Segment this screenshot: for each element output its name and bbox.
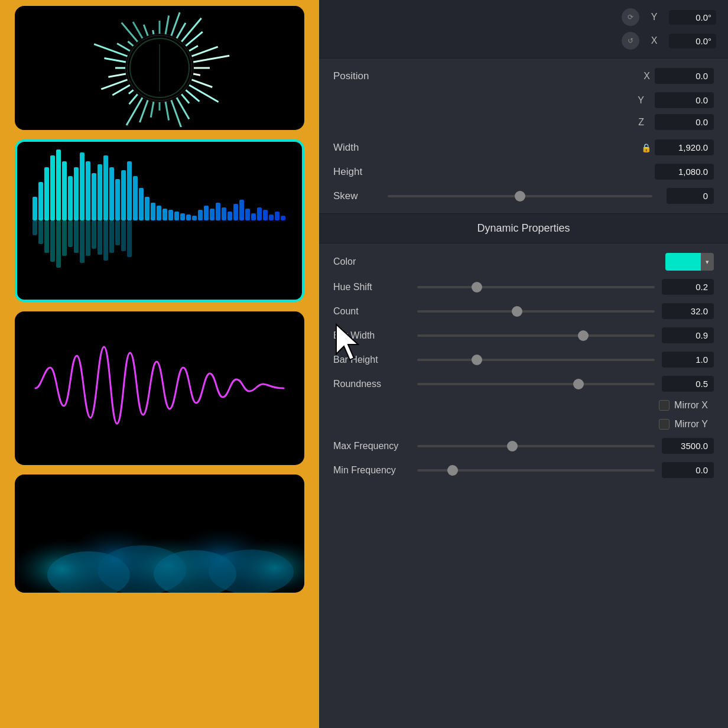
roundness-track (417, 383, 655, 385)
rotation-x-input[interactable] (669, 34, 716, 48)
bar-width-thumb[interactable] (578, 330, 589, 341)
mirror-row: Mirror X (333, 400, 714, 411)
height-row: Height (333, 164, 714, 180)
min-frequency-input[interactable] (662, 462, 714, 478)
svg-line-26 (112, 85, 129, 95)
width-label: Width (333, 142, 639, 154)
svg-line-36 (144, 25, 148, 36)
bar-height-input[interactable] (662, 352, 714, 368)
position-x-input[interactable] (655, 68, 714, 84)
svg-line-22 (139, 100, 148, 123)
max-frequency-input[interactable] (662, 438, 714, 454)
svg-rect-75 (233, 204, 238, 220)
svg-rect-79 (257, 207, 262, 220)
count-thumb[interactable] (512, 306, 522, 317)
roundness-thumb[interactable] (573, 379, 584, 389)
svg-rect-78 (251, 213, 256, 220)
bar-width-input[interactable] (662, 327, 714, 343)
bar-height-thumb[interactable] (472, 355, 482, 365)
roundness-label: Roundness (333, 379, 410, 389)
svg-rect-74 (228, 212, 232, 220)
skew-slider-thumb[interactable] (515, 191, 525, 202)
svg-rect-58 (133, 176, 138, 220)
rotation-x-row: ↺ X (331, 32, 716, 50)
svg-rect-55 (115, 179, 120, 220)
mirror-x-checkbox[interactable] (659, 400, 670, 411)
svg-rect-60 (145, 197, 150, 220)
svg-line-5 (177, 23, 186, 38)
mirror-y-group: Mirror Y (659, 419, 708, 430)
roundness-row: Roundness (333, 376, 714, 392)
skew-input[interactable] (667, 188, 714, 204)
max-frequency-track (417, 445, 655, 447)
svg-rect-59 (139, 188, 144, 220)
svg-rect-77 (245, 209, 250, 220)
min-frequency-slider[interactable] (417, 464, 655, 476)
rotation-y-icon: ⟳ (622, 8, 639, 26)
svg-rect-67 (186, 214, 191, 220)
color-dropdown[interactable]: ▾ (665, 253, 714, 271)
count-slider[interactable] (417, 306, 655, 317)
min-frequency-thumb[interactable] (447, 465, 458, 476)
preview-card-circular[interactable]: // Placeholder - drawn inline as SVG pat… (15, 6, 304, 130)
mirror-y-checkbox[interactable] (659, 419, 670, 430)
lock-icon[interactable]: 🔒 (639, 141, 652, 154)
svg-rect-53 (103, 155, 108, 220)
svg-rect-62 (157, 206, 161, 220)
svg-rect-46 (62, 161, 67, 220)
bar-height-slider[interactable] (417, 354, 655, 366)
svg-rect-61 (151, 203, 155, 220)
position-label: Position (333, 70, 644, 82)
hue-shift-slider[interactable] (417, 281, 655, 293)
svg-rect-56 (121, 170, 126, 220)
svg-rect-94 (92, 220, 96, 249)
count-label: Count (333, 306, 410, 317)
count-track (417, 310, 655, 313)
svg-line-16 (181, 94, 189, 103)
svg-line-6 (181, 18, 201, 42)
svg-line-15 (186, 90, 199, 101)
position-z-input[interactable] (655, 114, 714, 130)
svg-rect-86 (44, 220, 49, 253)
bar-width-slider[interactable] (417, 330, 655, 342)
right-panel: ⟳ Y ↺ X Position X Y Z Width (319, 0, 728, 728)
max-frequency-thumb[interactable] (507, 441, 518, 451)
hue-shift-input[interactable] (662, 279, 714, 295)
svg-rect-64 (168, 210, 173, 220)
color-swatch[interactable] (665, 253, 701, 271)
height-input[interactable] (655, 164, 714, 180)
svg-line-12 (193, 74, 200, 75)
height-label: Height (333, 166, 655, 178)
svg-rect-65 (174, 212, 179, 220)
preview-card-bars[interactable] (15, 139, 304, 302)
max-frequency-slider[interactable] (417, 440, 655, 452)
position-z-axis: Z (638, 117, 644, 128)
width-input[interactable] (655, 139, 714, 155)
preview-card-waveform[interactable] (15, 311, 304, 465)
svg-rect-49 (80, 152, 84, 220)
svg-line-33 (128, 41, 133, 46)
svg-rect-50 (86, 161, 90, 220)
hue-shift-thumb[interactable] (472, 282, 482, 292)
roundness-input[interactable] (662, 376, 714, 392)
svg-rect-81 (269, 214, 274, 220)
bar-height-label: Bar Height (333, 355, 410, 365)
count-input[interactable] (662, 303, 714, 319)
svg-rect-87 (50, 220, 55, 262)
bar-width-label: Bar Width (333, 330, 410, 341)
bar-height-row: Bar Height (333, 352, 714, 368)
preview-card-blob[interactable] (15, 474, 304, 593)
properties-section: Position X Y Z Width 🔒 Height (319, 58, 728, 214)
skew-slider-container[interactable] (388, 190, 652, 202)
color-dropdown-arrow-icon[interactable]: ▾ (701, 253, 714, 271)
hue-shift-track (417, 286, 655, 288)
svg-line-9 (192, 47, 218, 56)
color-row: Color ▾ (333, 253, 714, 271)
position-y-input[interactable] (655, 92, 714, 108)
svg-rect-68 (192, 216, 197, 220)
bar-width-track (417, 334, 655, 337)
svg-rect-80 (263, 210, 268, 220)
rotation-y-input[interactable] (669, 10, 716, 25)
svg-line-14 (189, 85, 218, 102)
roundness-slider[interactable] (417, 378, 655, 390)
